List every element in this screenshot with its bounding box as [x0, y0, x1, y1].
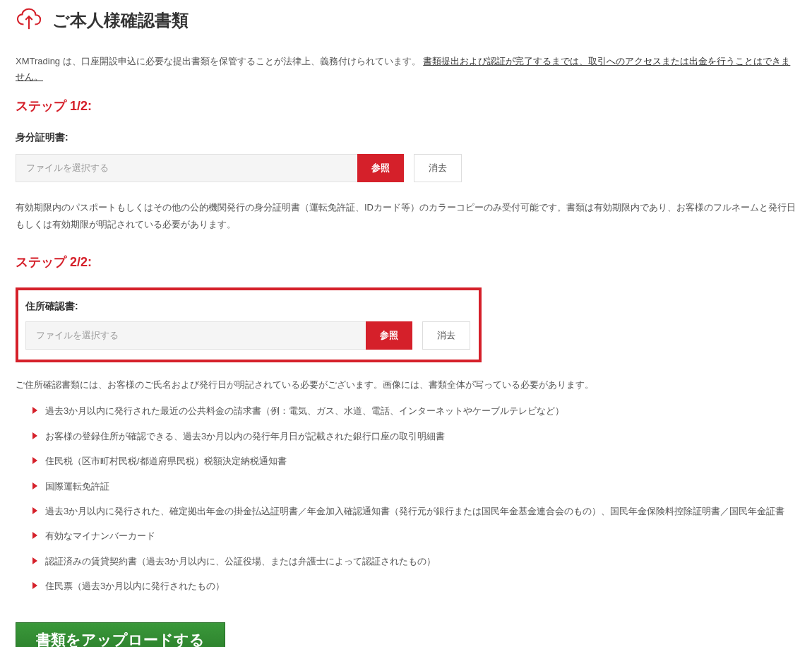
- id-document-label: 身分証明書:: [16, 131, 796, 144]
- list-item: 有効なマイナンバーカード: [32, 528, 796, 544]
- list-item: お客様の登録住所が確認できる、過去3か月以内の発行年月日が記載された銀行口座の取…: [32, 428, 796, 444]
- list-item: 住民税（区市町村民税/都道府県民税）税額決定納税通知書: [32, 453, 796, 469]
- page-header: ご本人様確認書類: [16, 7, 796, 34]
- id-file-row: ファイルを選択する 参照 消去: [16, 154, 796, 182]
- list-item: 国際運転免許証: [32, 478, 796, 494]
- address-file-row: ファイルを選択する 参照 消去: [25, 321, 472, 350]
- step1-heading: ステップ 1/2:: [16, 97, 796, 114]
- list-item: 認証済みの賃貸契約書（過去3か月以内に、公証役場、または弁護士によって認証された…: [32, 553, 796, 569]
- list-item: 過去3か月以内に発行された最近の公共料金の請求書（例：電気、ガス、水道、電話、イ…: [32, 403, 796, 419]
- id-document-section: 身分証明書: ファイルを選択する 参照 消去 有効期限内のパスポートもしくはその…: [16, 131, 796, 232]
- page-title: ご本人様確認書類: [52, 9, 189, 32]
- intro-prefix: XMTrading は、口座開設申込に必要な提出書類を保管することが法律上、義務…: [16, 56, 423, 66]
- upload-icon: [16, 7, 42, 34]
- list-item: 過去3か月以内に発行された、確定拠出年金の掛金払込証明書／年金加入確認通知書（発…: [32, 503, 796, 519]
- address-clear-button[interactable]: 消去: [422, 321, 470, 350]
- intro-text: XMTrading は、口座開設申込に必要な提出書類を保管することが法律上、義務…: [16, 54, 796, 85]
- address-document-label: 住所確認書:: [25, 300, 472, 313]
- address-list-intro: ご住所確認書類には、お客様のご氏名および発行日が明記されている必要がございます。…: [16, 376, 796, 393]
- address-file-input-wrap: ファイルを選択する 参照: [25, 321, 412, 350]
- id-browse-button[interactable]: 参照: [357, 154, 404, 182]
- address-document-section: 住所確認書: ファイルを選択する 参照 消去: [16, 287, 482, 362]
- address-file-input[interactable]: ファイルを選択する: [25, 321, 366, 350]
- id-file-input-wrap: ファイルを選択する 参照: [16, 154, 404, 182]
- address-browse-button[interactable]: 参照: [366, 321, 412, 350]
- address-doc-list: 過去3か月以内に発行された最近の公共料金の請求書（例：電気、ガス、水道、電話、イ…: [16, 403, 796, 594]
- list-item: 住民票（過去3か月以内に発行されたもの）: [32, 578, 796, 594]
- id-description: 有効期限内のパスポートもしくはその他の公的機関発行の身分証明書（運転免許証、ID…: [16, 199, 796, 232]
- id-clear-button[interactable]: 消去: [414, 154, 462, 182]
- id-file-input[interactable]: ファイルを選択する: [16, 154, 357, 182]
- step2-heading: ステップ 2/2:: [16, 254, 796, 271]
- upload-submit-button[interactable]: 書類をアップロードする: [16, 622, 225, 647]
